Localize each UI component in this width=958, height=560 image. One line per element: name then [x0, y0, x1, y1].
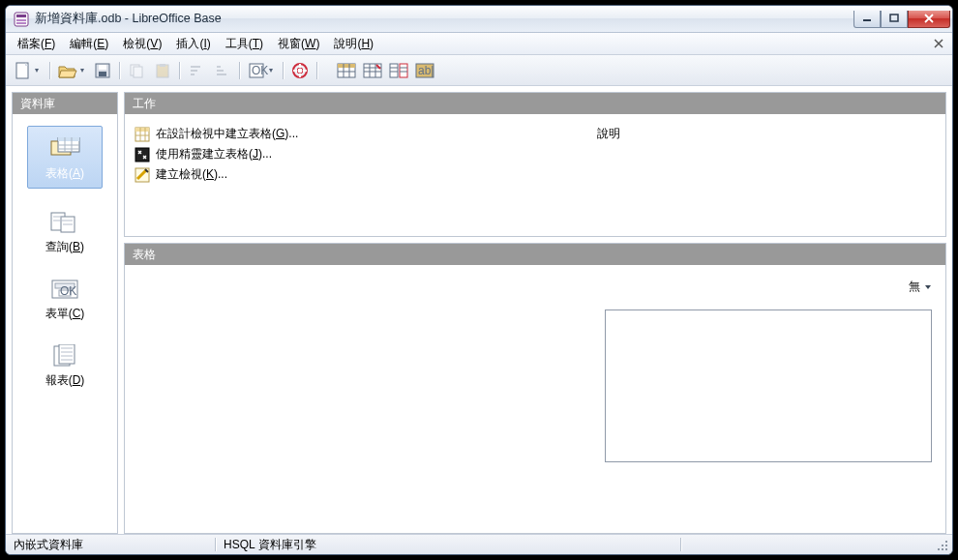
tasks-list: 在設計檢視中建立表格(G)... 使用精靈建立表格(J)... 建立檢視(K).… [125, 114, 587, 236]
maximize-button[interactable] [881, 11, 908, 28]
objects-body: 無 [125, 265, 945, 533]
sidebar-item-label: 表單(C) [45, 306, 85, 322]
preview-box [605, 309, 932, 462]
paste-button[interactable] [151, 59, 174, 82]
resize-grip-icon[interactable] [936, 539, 949, 552]
view-mode-menu[interactable]: 無 [909, 279, 932, 295]
window-controls [853, 11, 950, 28]
toolbar-separator [281, 60, 285, 81]
objects-panel: 表格 無 [124, 243, 946, 534]
menu-edit[interactable]: 編輯(E) [64, 34, 114, 54]
toolbar-separator [117, 60, 122, 81]
svg-rect-9 [99, 72, 106, 76]
svg-rect-38 [135, 148, 149, 162]
window-title: 新增資料庫.odb - LibreOffice Base [35, 11, 848, 27]
task-label: 在設計檢視中建立表格(G)... [156, 126, 298, 142]
svg-rect-42 [945, 545, 947, 546]
task-create-wizard[interactable]: 使用精靈建立表格(J)... [135, 146, 578, 162]
svg-rect-3 [16, 22, 26, 24]
task-create-design[interactable]: 在設計檢視中建立表格(G)... [135, 126, 578, 142]
sort-desc-button[interactable] [211, 59, 234, 82]
sidebar-item-label: 表格(A) [45, 165, 84, 182]
menu-file[interactable]: 檔案(F) [12, 34, 61, 54]
svg-text:OK: OK [60, 284, 76, 298]
svg-rect-43 [938, 548, 940, 550]
description-title: 說明 [597, 126, 936, 142]
sidebar-item-queries[interactable]: 查詢(B) [27, 210, 103, 255]
svg-rect-35 [59, 344, 75, 364]
form-view-button[interactable]: OK [245, 59, 278, 82]
objects-header: 表格 [125, 244, 945, 265]
copy-button[interactable] [125, 59, 148, 82]
menu-window[interactable]: 視窗(W) [272, 34, 325, 54]
svg-rect-44 [942, 548, 943, 550]
status-empty [681, 535, 697, 554]
svg-rect-1 [16, 15, 26, 17]
svg-rect-19 [338, 64, 355, 68]
svg-rect-37 [135, 128, 149, 132]
sidebar-item-tables[interactable]: 表格(A) [27, 126, 103, 189]
svg-rect-13 [160, 64, 165, 67]
view-icon [135, 167, 150, 183]
task-label: 建立檢視(K)... [156, 166, 227, 183]
help-button[interactable] [288, 59, 312, 82]
content-area: 資料庫 表格(A) 查詢(B) OK 表單(C) 報表(D) [6, 86, 952, 534]
database-panel-header: 資料庫 [13, 93, 117, 114]
sidebar-item-label: 查詢(B) [45, 239, 84, 255]
design-table-icon [135, 127, 150, 142]
svg-rect-4 [863, 19, 871, 21]
task-label: 使用精靈建立表格(J)... [156, 146, 272, 162]
new-button[interactable] [12, 59, 45, 82]
open-button[interactable] [55, 59, 88, 82]
status-engine: HSQL 資料庫引擎 [216, 535, 680, 554]
titlebar[interactable]: 新增資料庫.odb - LibreOffice Base [6, 6, 952, 33]
task-description: 說明 [587, 114, 945, 236]
task-create-view[interactable]: 建立檢視(K)... [135, 166, 578, 183]
wizard-icon [135, 147, 150, 162]
close-button[interactable] [908, 11, 950, 28]
svg-rect-27 [58, 137, 79, 141]
table-relations-button[interactable] [387, 59, 410, 82]
svg-rect-5 [890, 15, 898, 21]
menu-view[interactable]: 檢視(V) [117, 34, 167, 54]
menubar-close-icon[interactable] [931, 36, 946, 51]
app-icon [14, 12, 29, 27]
minimize-button[interactable] [853, 11, 881, 28]
sidebar-item-reports[interactable]: 報表(D) [27, 343, 103, 389]
main-area: 工作 在設計檢視中建立表格(G)... 使用精靈建立表格(J)... [124, 92, 946, 534]
toolbar-separator [177, 60, 182, 81]
svg-rect-22 [400, 64, 407, 77]
table-design-button[interactable] [361, 59, 384, 82]
database-items: 表格(A) 查詢(B) OK 表單(C) 報表(D) [13, 114, 117, 533]
reports-icon [49, 343, 80, 368]
menu-tools[interactable]: 工具(T) [220, 34, 269, 54]
svg-point-17 [297, 68, 303, 74]
sidebar-item-forms[interactable]: OK 表單(C) [27, 277, 103, 322]
toolbar-separator [47, 60, 52, 81]
toolbar: OK ab| [6, 55, 952, 86]
table-rename-button[interactable]: ab| [413, 59, 436, 82]
sort-asc-button[interactable] [185, 59, 208, 82]
queries-icon [49, 210, 80, 235]
menubar: 檔案(F) 編輯(E) 檢視(V) 插入(I) 工具(T) 視窗(W) 說明(H… [6, 33, 952, 55]
save-button[interactable] [91, 59, 114, 82]
table-icon-button[interactable] [335, 59, 358, 82]
tasks-panel: 工作 在設計檢視中建立表格(G)... 使用精靈建立表格(J)... [124, 92, 946, 237]
forms-icon: OK [49, 277, 80, 302]
menu-insert[interactable]: 插入(I) [170, 34, 216, 54]
statusbar: 內嵌式資料庫 HSQL 資料庫引擎 [6, 534, 952, 554]
window-frame: 新增資料庫.odb - LibreOffice Base 檔案(F) 編輯(E)… [5, 5, 953, 555]
svg-rect-21 [390, 64, 398, 77]
menu-help[interactable]: 說明(H) [328, 34, 379, 54]
database-panel: 資料庫 表格(A) 查詢(B) OK 表單(C) 報表(D) [12, 92, 118, 534]
svg-text:ab|: ab| [418, 64, 434, 77]
toolbar-separator [237, 60, 242, 81]
svg-rect-8 [99, 65, 106, 70]
sidebar-item-label: 報表(D) [45, 372, 85, 389]
svg-rect-40 [945, 541, 947, 543]
view-mode-label: 無 [909, 279, 920, 295]
svg-rect-2 [16, 19, 26, 21]
svg-rect-41 [942, 545, 943, 546]
status-db-type: 內嵌式資料庫 [6, 535, 215, 554]
svg-rect-11 [134, 67, 142, 77]
